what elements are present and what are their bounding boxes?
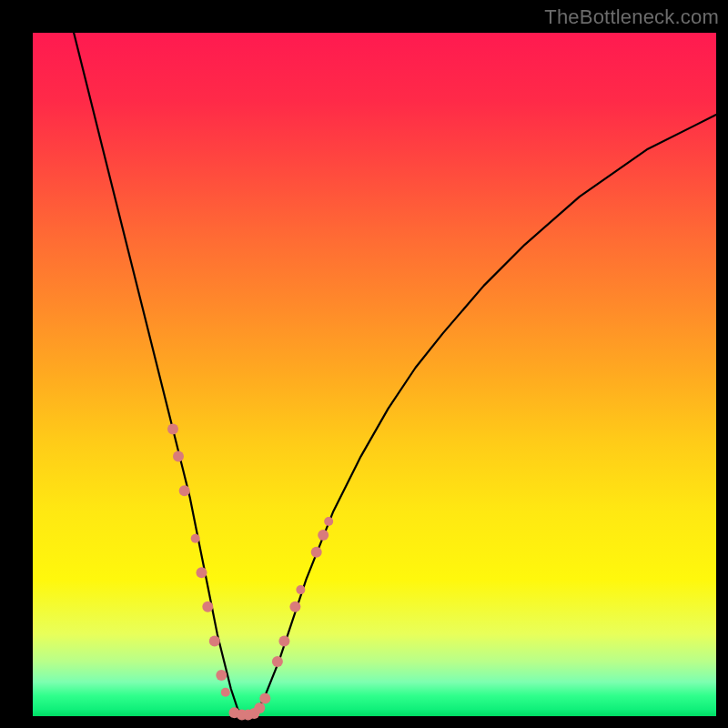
- highlight-dot: [324, 517, 333, 526]
- highlight-dot: [167, 424, 178, 435]
- highlight-dot: [191, 534, 200, 543]
- plot-area: [33, 33, 716, 716]
- bottleneck-curve: [74, 33, 716, 716]
- highlight-dot: [296, 585, 305, 594]
- watermark-text: TheBottleneck.com: [544, 5, 719, 29]
- highlight-dot: [216, 670, 227, 681]
- chart-frame: TheBottleneck.com: [0, 0, 728, 728]
- highlight-dot: [278, 635, 289, 646]
- highlight-dot: [179, 485, 190, 496]
- curve-svg: [33, 33, 716, 716]
- highlight-dot: [272, 656, 283, 667]
- highlight-dot: [202, 602, 213, 612]
- highlight-dot: [311, 547, 322, 558]
- highlight-dot: [173, 451, 184, 462]
- highlight-dot: [259, 693, 270, 704]
- highlight-dot: [197, 567, 207, 578]
- highlight-dot: [318, 530, 329, 541]
- highlight-dot: [254, 703, 265, 713]
- highlight-dot: [221, 688, 230, 697]
- highlight-dot: [289, 602, 300, 612]
- highlight-dot: [209, 635, 220, 646]
